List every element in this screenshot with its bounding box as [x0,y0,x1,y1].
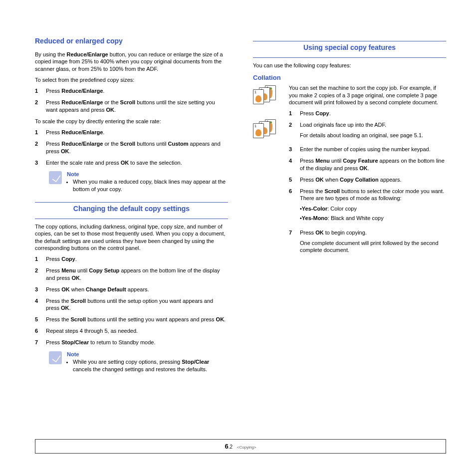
step-item: 1Press Copy. [35,255,228,263]
note-body: Note While you are setting copy options,… [67,351,228,374]
footer-page: .2 [229,444,233,450]
section-rule [253,57,446,58]
note-text: While you are setting copy options, pres… [73,358,228,373]
step-item: 2Press Reduce/Enlarge or the Scroll butt… [35,140,228,155]
left-column: Reduced or enlarged copy By using the Re… [35,35,228,429]
step-item: 3Press OK when Change Default appears. [35,286,228,293]
collation-desc: You can set the machine to sort the copy… [289,84,446,106]
step-item: 6Press the Scroll buttons to select the … [289,188,446,225]
section-rule [253,41,446,41]
heading-default-settings: Changing the default copy settings [35,205,228,213]
section-rule [35,219,228,219]
subheading-collation: Collation [253,74,446,81]
step-item: 7Press OK to begin copying.One complete … [289,229,446,256]
footer-chapter: 6 [225,443,228,450]
step-item: 4Press Menu until Copy Feature appears o… [289,157,446,172]
select-text: To select from the predefined copy sizes… [35,76,228,83]
step-item: 2Press Reduce/Enlarge or the Scroll butt… [35,99,228,114]
step-item: 7Press Stop/Clear to return to Standby m… [35,339,228,346]
step-item: 2Load originals face up into the ADF.For… [289,121,446,142]
page-body: Reduced or enlarged copy By using the Re… [0,0,476,439]
steps-scale: 1Press Reduce/Enlarge.2Press Reduce/Enla… [35,129,228,166]
page-stack-icon: 3 2 1 [253,119,279,140]
heading-reduced-enlarged: Reduced or enlarged copy [35,37,228,45]
note-body: Note When you make a reduced copy, black… [67,171,228,194]
note-block-1: Note When you make a reduced copy, black… [49,171,228,194]
intro-text: By using the Reduce/Enlarge button, you … [35,51,228,72]
step-item: 3Enter the number of copies using the nu… [289,146,446,153]
step-item: 1Press Reduce/Enlarge. [35,87,228,95]
note-icon [49,171,62,184]
step-item: 4Press the Scroll buttons until the setu… [35,297,228,312]
default-intro: The copy options, including darkness, or… [35,223,228,251]
page-footer: 6.2 <Copying> [35,439,446,454]
collation-section: 3 2 1 3 2 1 You can set the machine to s… [253,84,446,260]
collation-icons: 3 2 1 3 2 1 [253,84,282,260]
step-item: 1Press Copy. [289,110,446,117]
note-title: Note [67,171,228,177]
collation-content: You can set the machine to sort the copy… [289,84,446,260]
scale-text: To scale the copy by directly entering t… [35,118,228,125]
steps-default: 1Press Copy.2Press Menu until Copy Setup… [35,255,228,346]
note-block-2: Note While you are setting copy options,… [49,351,228,374]
page-stack-icon: 3 2 1 [253,85,279,106]
right-column: Using special copy features You can use … [253,35,446,429]
step-item: 6Repeat steps 4 through 5, as needed. [35,327,228,335]
note-text: When you make a reduced copy, black line… [73,178,228,193]
steps-collation: 1Press Copy.2Load originals face up into… [289,110,446,256]
step-item: 1Press Reduce/Enlarge. [35,129,228,136]
section-rule [35,202,228,203]
step-item: 5Press the Scroll buttons until the sett… [35,316,228,323]
special-intro: You can use the following copy features: [253,62,446,69]
step-item: 2Press Menu until Copy Setup appears on … [35,267,228,282]
steps-predefined: 1Press Reduce/Enlarge.2Press Reduce/Enla… [35,87,228,114]
step-item: 3Enter the scale rate and press OK to sa… [35,159,228,167]
note-title: Note [67,351,228,357]
step-item: 5Press OK when Copy Collation appears. [289,176,446,184]
footer-label: <Copying> [237,445,256,450]
note-icon [49,351,62,364]
heading-special-features: Using special copy features [253,43,446,51]
